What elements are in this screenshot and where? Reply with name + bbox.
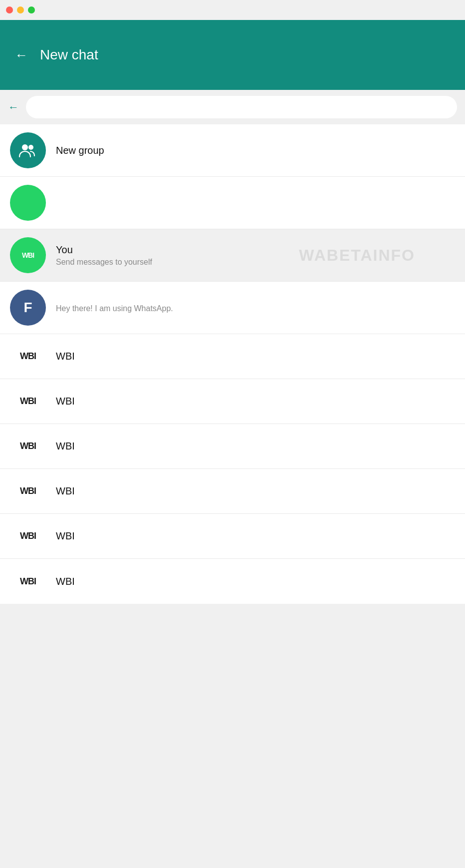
header: ← New chat xyxy=(0,20,465,90)
wbi-name-1: WBI xyxy=(56,351,75,362)
title-bar xyxy=(0,0,465,20)
svg-point-0 xyxy=(22,144,28,150)
wbi-item-2[interactable]: WBI WBI xyxy=(0,379,465,424)
wbi-name-3: WBI xyxy=(56,440,75,452)
search-bar: ← xyxy=(0,90,465,124)
wbi-text-5: WBI xyxy=(56,530,75,542)
you-avatar: WBI xyxy=(10,237,46,273)
f-contact-item[interactable]: F Hey there! I am using WhatsApp. xyxy=(0,282,465,334)
unknown-contact-item[interactable] xyxy=(0,177,465,229)
you-name: You xyxy=(56,244,152,256)
group-icon xyxy=(18,141,37,160)
header-title: New chat xyxy=(40,47,98,63)
search-back-button[interactable]: ← xyxy=(8,101,19,114)
search-input[interactable] xyxy=(26,96,457,118)
wbi-name-2: WBI xyxy=(56,396,75,407)
wbi-logo-5: WBI xyxy=(10,531,46,541)
new-group-text: New group xyxy=(56,145,104,156)
wbi-text-3: WBI xyxy=(56,440,75,452)
f-text: Hey there! I am using WhatsApp. xyxy=(56,302,173,313)
wbi-text-2: WBI xyxy=(56,396,75,407)
contacts-list: New group WBI You Send messages to yours… xyxy=(0,124,465,604)
wbi-item-5[interactable]: WBI WBI xyxy=(0,514,465,559)
wbi-logo-6: WBI xyxy=(10,576,46,587)
new-group-name: New group xyxy=(56,145,104,156)
wbi-text-1: WBI xyxy=(56,351,75,362)
wbi-item-3[interactable]: WBI WBI xyxy=(0,424,465,469)
new-group-avatar xyxy=(10,132,46,168)
wbi-logo-1: WBI xyxy=(10,351,46,362)
wbi-text-6: WBI xyxy=(56,576,75,587)
f-avatar: F xyxy=(10,290,46,326)
wbi-text-4: WBI xyxy=(56,485,75,497)
traffic-light-red[interactable] xyxy=(6,6,13,13)
svg-point-1 xyxy=(28,145,33,150)
wbi-item-1[interactable]: WBI WBI xyxy=(0,334,465,379)
unknown-avatar xyxy=(10,185,46,221)
wbi-name-4: WBI xyxy=(56,485,75,497)
wbi-logo-3: WBI xyxy=(10,441,46,451)
watermark: WABETAINFO xyxy=(299,246,415,265)
wbi-logo-2: WBI xyxy=(10,396,46,407)
f-subtitle: Hey there! I am using WhatsApp. xyxy=(56,304,173,313)
wbi-name-5: WBI xyxy=(56,530,75,542)
traffic-light-yellow[interactable] xyxy=(17,6,24,13)
wbi-item-4[interactable]: WBI WBI xyxy=(0,469,465,514)
you-text: You Send messages to yourself xyxy=(56,244,152,267)
traffic-light-green[interactable] xyxy=(28,6,35,13)
wbi-name-6: WBI xyxy=(56,576,75,587)
wbi-logo-4: WBI xyxy=(10,486,46,496)
header-back-button[interactable]: ← xyxy=(15,47,28,63)
new-group-item[interactable]: New group xyxy=(0,124,465,177)
you-subtitle: Send messages to yourself xyxy=(56,258,152,267)
you-item[interactable]: WBI You Send messages to yourself WABETA… xyxy=(0,229,465,282)
wbi-item-6[interactable]: WBI WBI xyxy=(0,559,465,604)
